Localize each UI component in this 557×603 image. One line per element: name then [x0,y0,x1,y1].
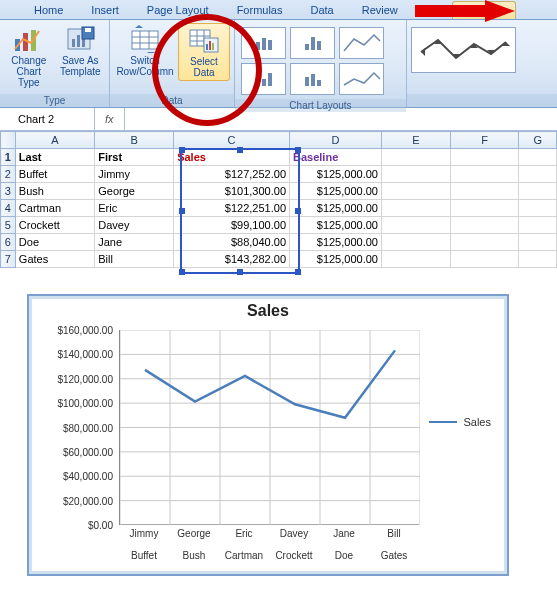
table-row: 6DoeJane$88,040.00$125,000.00 [1,234,557,251]
ribbon-group-data-label: Data [110,94,234,107]
svg-marker-23 [421,48,425,56]
cell[interactable] [381,234,450,251]
cell[interactable]: Sales [174,149,290,166]
cell[interactable]: Eric [95,200,174,217]
cell[interactable]: $122,251.00 [174,200,290,217]
chart-layout-thumb[interactable] [241,27,286,59]
tab-home[interactable]: Home [20,1,77,19]
cell[interactable]: $127,252.00 [174,166,290,183]
cell[interactable] [450,251,519,268]
cell[interactable]: $125,000.00 [290,251,382,268]
cell[interactable]: $125,000.00 [290,183,382,200]
chart-style-thumb[interactable] [411,27,516,73]
cell[interactable]: Davey [95,217,174,234]
embedded-chart[interactable]: Sales $0.00$20,000.00$40,000.00$60,000.0… [28,295,508,575]
cell[interactable] [450,217,519,234]
cell[interactable]: Bill [95,251,174,268]
col-header[interactable]: B [95,132,174,149]
chart-layout-thumb[interactable] [290,27,335,59]
tab-page-layout[interactable]: Page Layout [133,1,223,19]
cell[interactable] [519,234,557,251]
cell[interactable] [450,149,519,166]
cell[interactable] [381,149,450,166]
chart-layout-thumb[interactable] [339,63,384,95]
svg-rect-20 [206,44,208,50]
cell[interactable] [450,234,519,251]
save-as-template-button[interactable]: Save AsTemplate [56,23,106,90]
cell[interactable] [519,183,557,200]
tab-design[interactable]: Design [452,1,516,19]
cell[interactable]: Doe [15,234,94,251]
cell[interactable] [519,217,557,234]
chart-layout-thumb[interactable] [339,27,384,59]
col-header[interactable]: G [519,132,557,149]
save-template-icon [64,25,96,53]
cell[interactable] [519,166,557,183]
chart-title[interactable]: Sales [29,302,507,320]
cell[interactable]: Buffet [15,166,94,183]
table-row: 4CartmanEric$122,251.00$125,000.00 [1,200,557,217]
ribbon-group-chart-styles [407,20,557,107]
cell[interactable] [450,166,519,183]
cell[interactable]: $125,000.00 [290,200,382,217]
cell[interactable]: $88,040.00 [174,234,290,251]
select-data-button[interactable]: SelectData [178,23,230,81]
cell[interactable]: First [95,149,174,166]
worksheet[interactable]: A B C D E F G 1 Last First Sales Baselin… [0,131,557,268]
cell[interactable]: George [95,183,174,200]
cell[interactable] [381,200,450,217]
select-data-label: SelectData [190,56,218,78]
row-header[interactable]: 3 [1,183,16,200]
cell[interactable] [519,200,557,217]
cell[interactable] [381,166,450,183]
switch-row-column-button[interactable]: SwitchRow/Column [114,23,176,81]
fx-icon[interactable]: fx [95,108,125,130]
tab-data[interactable]: Data [296,1,347,19]
row-header[interactable]: 1 [1,149,16,166]
x-tick-label: EricCartman [219,528,269,561]
row-header[interactable]: 2 [1,166,16,183]
cell[interactable]: Bush [15,183,94,200]
cell[interactable] [450,183,519,200]
legend-label: Sales [463,416,491,428]
row-header[interactable]: 4 [1,200,16,217]
cell[interactable]: Cartman [15,200,94,217]
cell[interactable]: $125,000.00 [290,234,382,251]
col-header[interactable]: E [381,132,450,149]
cell[interactable] [381,251,450,268]
cell[interactable]: $125,000.00 [290,166,382,183]
col-header[interactable]: C [174,132,290,149]
cell[interactable]: Baseline [290,149,382,166]
cell[interactable]: Crockett [15,217,94,234]
change-chart-type-button[interactable]: ChangeChart Type [4,23,54,90]
cell[interactable] [381,183,450,200]
chart-layout-thumb[interactable] [241,63,286,95]
row-header[interactable]: 5 [1,217,16,234]
cell[interactable]: Jimmy [95,166,174,183]
tab-formulas[interactable]: Formulas [223,1,297,19]
cell[interactable]: $101,300.00 [174,183,290,200]
cell[interactable]: $143,282.00 [174,251,290,268]
cell[interactable]: Jane [95,234,174,251]
cell[interactable]: $125,000.00 [290,217,382,234]
tab-review[interactable]: Review [348,1,412,19]
col-header[interactable]: A [15,132,94,149]
cell[interactable] [450,200,519,217]
row-header[interactable]: 7 [1,251,16,268]
cell[interactable]: Last [15,149,94,166]
cell[interactable] [381,217,450,234]
cell[interactable] [519,251,557,268]
col-header[interactable]: F [450,132,519,149]
chart-legend[interactable]: Sales [429,416,491,428]
name-box[interactable]: Chart 2 [0,108,95,130]
col-header[interactable]: D [290,132,382,149]
ribbon-tabs: Home Insert Page Layout Formulas Data Re… [0,0,557,20]
select-all[interactable] [1,132,16,149]
ribbon-group-data: SwitchRow/Column SelectData Data [110,20,235,107]
cell[interactable]: Gates [15,251,94,268]
row-header[interactable]: 6 [1,234,16,251]
cell[interactable]: $99,100.00 [174,217,290,234]
cell[interactable] [519,149,557,166]
tab-insert[interactable]: Insert [77,1,133,19]
chart-layout-thumb[interactable] [290,63,335,95]
